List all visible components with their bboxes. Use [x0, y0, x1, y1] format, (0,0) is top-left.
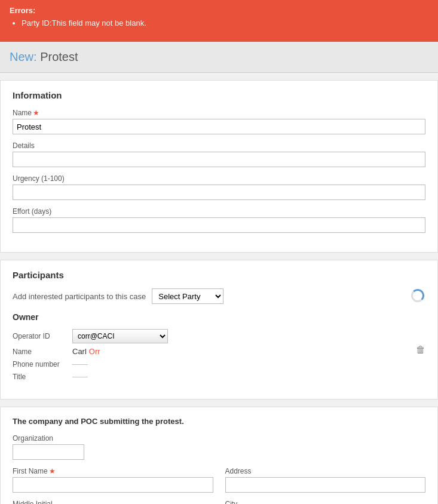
organization-label: Organization — [13, 434, 425, 442]
operator-id-label: Operator ID — [13, 332, 72, 340]
information-title: Information — [13, 90, 425, 100]
phone-value: —— — [72, 359, 398, 368]
owner-last-name[interactable]: Orr — [89, 347, 100, 356]
urgency-label: Urgency (1-100) — [13, 174, 425, 183]
first-name-group: First Name★ — [13, 467, 213, 493]
first-name-input[interactable] — [13, 477, 213, 493]
middle-initial-label: Middle Initial — [13, 500, 213, 504]
owner-title: Owner — [13, 312, 425, 322]
error-item: Party ID:This field may not be blank. — [22, 19, 428, 27]
loading-spinner — [411, 289, 425, 303]
error-banner: Errors: Party ID:This field may not be b… — [0, 0, 438, 42]
select-party-dropdown[interactable]: Select Party — [152, 288, 223, 304]
details-group: Details — [13, 142, 425, 167]
name-group: Name★ — [13, 109, 425, 134]
owner-section: Owner Operator ID corr@CACI Name Carl Or… — [13, 312, 425, 387]
title-value: —— — [72, 372, 398, 381]
owner-fields: Operator ID corr@CACI Name Carl Orr Phon… — [13, 329, 398, 387]
organization-input[interactable] — [13, 444, 84, 460]
error-title: Errors: — [10, 6, 428, 15]
middle-initial-group: Middle Initial — [13, 500, 213, 504]
address-input[interactable] — [225, 477, 426, 493]
page-title-bar: New: Protest — [0, 42, 438, 73]
owner-delete-col: 🗑 — [398, 329, 425, 355]
information-section: Information Name★ Details Urgency (1-100… — [0, 80, 438, 253]
company-section: The company and POC submitting the prote… — [0, 407, 438, 504]
owner-name-row: Carl Orr — [72, 347, 398, 356]
error-list: Party ID:This field may not be blank. — [10, 19, 428, 27]
spinner-circle — [411, 289, 424, 302]
owner-first-name: Carl — [72, 347, 87, 356]
details-label: Details — [13, 142, 425, 150]
phone-label: Phone number — [13, 360, 72, 368]
delete-owner-button[interactable]: 🗑 — [416, 345, 425, 355]
effort-input[interactable] — [13, 217, 425, 233]
organization-group: Organization — [13, 434, 425, 460]
owner-table: Operator ID corr@CACI Name Carl Orr Phon… — [13, 329, 398, 381]
urgency-group: Urgency (1-100) — [13, 174, 425, 200]
effort-label: Effort (days) — [13, 207, 425, 216]
title-label: Title — [13, 373, 72, 381]
city-group: City — [225, 500, 426, 504]
two-col-grid: First Name★ Address Middle Initial City — [13, 467, 425, 504]
name-input[interactable] — [13, 119, 425, 134]
operator-id-select[interactable]: corr@CACI — [72, 329, 168, 343]
address-label: Address — [225, 467, 426, 475]
operator-id-row: corr@CACI — [72, 329, 398, 343]
first-name-label: First Name★ — [13, 467, 213, 475]
owner-row-wrapper: Operator ID corr@CACI Name Carl Orr Phon… — [13, 329, 425, 387]
owner-name-label: Name — [13, 348, 72, 356]
address-group: Address — [225, 467, 426, 493]
name-label: Name★ — [13, 109, 425, 117]
urgency-input[interactable] — [13, 185, 425, 200]
add-participants-label: Add interested participants to this case — [13, 292, 146, 301]
company-description: The company and POC submitting the prote… — [13, 417, 425, 426]
participants-title: Participants — [13, 270, 425, 280]
title-new-label: New: — [10, 50, 37, 63]
city-label: City — [225, 500, 426, 504]
effort-group: Effort (days) — [13, 207, 425, 233]
participants-section: Participants Add interested participants… — [0, 260, 438, 399]
details-input[interactable] — [13, 152, 425, 167]
title-type-label: Protest — [40, 50, 78, 63]
participants-row: Add interested participants to this case… — [13, 288, 425, 304]
